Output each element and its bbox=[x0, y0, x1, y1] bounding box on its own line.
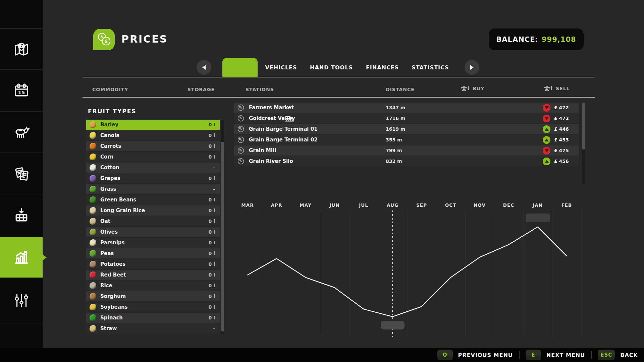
commodity-storage-value: - bbox=[213, 165, 215, 170]
sidebar-item-animals[interactable] bbox=[0, 112, 43, 153]
canola-icon bbox=[90, 132, 96, 139]
commodity-name: Peas bbox=[100, 250, 114, 256]
station-marker-icon bbox=[237, 136, 245, 144]
spinach-icon bbox=[90, 314, 96, 321]
commodity-storage-value: 0 l bbox=[209, 283, 215, 288]
commodity-row-corn[interactable]: Corn 0 l bbox=[86, 152, 220, 162]
next-menu-hint[interactable]: E NEXT MENU bbox=[526, 350, 585, 360]
key-esc-badge[interactable]: ESC bbox=[598, 350, 615, 360]
svg-text:$: $ bbox=[105, 39, 108, 44]
month-label-apr: APR bbox=[271, 202, 282, 208]
sidebar-item-production[interactable] bbox=[0, 194, 43, 237]
commodity-row-potatoes[interactable]: Potatoes 0 l bbox=[86, 259, 220, 269]
price-up-icon bbox=[543, 158, 550, 165]
commodity-storage-value: - bbox=[213, 326, 215, 331]
next-tab-button[interactable] bbox=[465, 60, 479, 75]
commodity-row-red-beet[interactable]: Red Beet 0 l bbox=[86, 270, 220, 280]
carrots-icon bbox=[90, 143, 96, 149]
commodity-storage-value: 0 l bbox=[209, 197, 215, 202]
tab-vehicles[interactable]: VEHICLES bbox=[265, 64, 297, 71]
animals-icon bbox=[12, 123, 31, 141]
column-header-buy: BUY bbox=[460, 84, 484, 93]
commodity-name: Potatoes bbox=[100, 261, 125, 267]
station-row-grain-barge-terminal-01[interactable]: Grain Barge Terminal 01 1619 m £ 446 bbox=[234, 124, 579, 134]
barley-icon bbox=[90, 121, 96, 128]
commodity-name: Grapes bbox=[100, 175, 120, 181]
station-marker-icon bbox=[237, 157, 245, 165]
commodity-storage-value: - bbox=[213, 186, 215, 192]
sidebar-item-settings[interactable] bbox=[0, 278, 43, 323]
key-e-badge[interactable]: E bbox=[526, 350, 541, 360]
prices-icon: $ $ bbox=[93, 29, 115, 50]
station-row-grain-river-silo[interactable]: Grain River Silo 832 m £ 456 bbox=[234, 156, 579, 166]
station-marker-icon bbox=[237, 114, 245, 122]
commodity-name: Grass bbox=[100, 186, 116, 192]
commodity-scrollbar-thumb[interactable] bbox=[221, 142, 224, 331]
commodity-row-soybeans[interactable]: Soybeans 0 l bbox=[86, 302, 220, 312]
price-up-icon bbox=[543, 136, 550, 144]
commodity-storage-value: 0 l bbox=[209, 304, 215, 310]
commodity-list: Barley 0 l Canola 0 l Carrots 0 l Corn 0… bbox=[86, 120, 220, 334]
prev-tab-button[interactable] bbox=[197, 60, 211, 75]
sidebar-item-map[interactable] bbox=[0, 29, 43, 70]
commodity-name: Parsnips bbox=[100, 240, 125, 246]
commodity-name: Cotton bbox=[100, 165, 119, 171]
price-down-icon bbox=[543, 115, 550, 122]
commodity-scrollbar[interactable] bbox=[221, 120, 224, 334]
commodity-storage-value: 0 l bbox=[209, 176, 215, 181]
commodity-row-oat[interactable]: Oat 0 l bbox=[86, 216, 220, 226]
stations-scrollbar[interactable] bbox=[582, 103, 585, 184]
commodity-row-cotton[interactable]: Cotton - bbox=[86, 163, 220, 173]
settings-icon bbox=[12, 292, 31, 310]
price-down-icon bbox=[543, 147, 550, 155]
month-label-feb: FEB bbox=[561, 202, 572, 208]
price-up-icon bbox=[543, 125, 550, 133]
parsnips-icon bbox=[90, 239, 96, 246]
previous-menu-hint[interactable]: Q PREVIOUS MENU bbox=[437, 350, 513, 360]
commodity-row-canola[interactable]: Canola 0 l bbox=[86, 130, 220, 140]
tab-finances[interactable]: FINANCES bbox=[366, 64, 399, 71]
commodity-row-parsnips[interactable]: Parsnips 0 l bbox=[86, 238, 220, 248]
commodity-row-peas[interactable]: Peas 0 l bbox=[86, 248, 220, 258]
commodity-storage-value: 0 l bbox=[209, 315, 215, 320]
commodity-name: Sorghum bbox=[100, 293, 126, 299]
sidebar-item-contracts[interactable] bbox=[0, 153, 43, 194]
prices-screen: 15 bbox=[0, 0, 644, 362]
commodity-row-barley[interactable]: Barley 0 l bbox=[86, 120, 220, 130]
tab-hand-tools[interactable]: HAND TOOLS bbox=[310, 64, 353, 71]
basket-buy-icon bbox=[460, 84, 470, 93]
rice-icon bbox=[90, 282, 96, 289]
key-q-badge[interactable]: Q bbox=[437, 350, 453, 360]
tab-prices-active[interactable] bbox=[222, 58, 258, 77]
commodity-row-straw[interactable]: Straw - bbox=[86, 323, 220, 334]
commodity-row-long-grain-rice[interactable]: Long Grain Rice 0 l bbox=[86, 205, 220, 216]
commodity-row-green-beans[interactable]: Green Beans 0 l bbox=[86, 195, 220, 205]
commodity-row-carrots[interactable]: Carrots 0 l bbox=[86, 141, 220, 151]
sidebar-item-statistics[interactable] bbox=[0, 237, 43, 278]
sidebar-item-calendar[interactable]: 15 bbox=[0, 70, 43, 112]
commodity-row-spinach[interactable]: Spinach 0 l bbox=[86, 313, 220, 323]
station-row-grain-barge-terminal-02[interactable]: Grain Barge Terminal 02 353 m £ 453 bbox=[234, 135, 579, 145]
footer-bar: Q PREVIOUS MENU E NEXT MENU ESC BACK bbox=[0, 348, 644, 362]
commodity-row-sorghum[interactable]: Sorghum 0 l bbox=[86, 291, 220, 301]
commodity-row-grass[interactable]: Grass - bbox=[86, 184, 220, 194]
commodity-row-olives[interactable]: Olives 0 l bbox=[86, 227, 220, 237]
header-underline bbox=[83, 97, 595, 98]
commodity-row-grapes[interactable]: Grapes 0 l bbox=[86, 173, 220, 183]
svg-text:$: $ bbox=[100, 34, 103, 39]
commodity-storage-value: 0 l bbox=[209, 272, 215, 278]
back-hint[interactable]: ESC BACK bbox=[598, 350, 638, 360]
tab-underline bbox=[83, 77, 595, 77]
commodity-row-rice[interactable]: Rice 0 l bbox=[86, 281, 220, 291]
station-price: £ 453 bbox=[554, 137, 569, 142]
station-row-grain-mill[interactable]: Grain Mill 799 m £ 475 bbox=[234, 145, 579, 156]
grass-icon bbox=[90, 186, 96, 192]
tab-statistics[interactable]: STATISTICS bbox=[412, 64, 449, 71]
station-row-goldcrest-valley[interactable]: Goldcrest Valley 1716 m £ 472 bbox=[234, 113, 579, 123]
commodity-name: Straw bbox=[100, 325, 117, 331]
column-header-distance: DISTANCE bbox=[386, 87, 415, 92]
map-icon bbox=[12, 40, 31, 58]
stations-scrollbar-thumb[interactable] bbox=[582, 103, 585, 149]
station-name: Grain Barge Terminal 02 bbox=[249, 137, 318, 143]
station-row-farmers-market[interactable]: Farmers Market 1347 m £ 472 bbox=[234, 103, 579, 113]
